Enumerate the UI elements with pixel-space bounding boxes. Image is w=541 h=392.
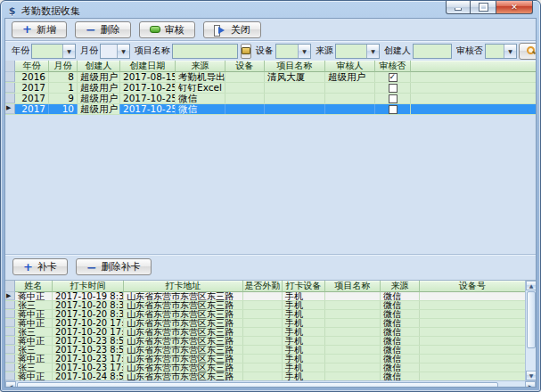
table-cell[interactable]: 微信 [381, 301, 420, 309]
table-cell[interactable] [325, 328, 381, 336]
table-cell[interactable]: 山东省东营市东营区东三路 [124, 301, 243, 309]
table-cell[interactable]: 2016 [15, 72, 49, 82]
table-cell[interactable]: 微信 [176, 94, 225, 103]
table-cell[interactable]: 2017-10-20 8:35: [53, 301, 124, 309]
column-header[interactable]: 年份 [15, 61, 49, 72]
table-cell[interactable] [325, 94, 375, 103]
table-cell[interactable] [325, 319, 381, 327]
table-row[interactable]: 20179超级用户2017-10-25微信 [5, 94, 536, 104]
horizontal-scroll-thumb[interactable] [17, 382, 498, 388]
table-cell[interactable] [420, 372, 525, 380]
audited-combo[interactable]: ▼ [485, 44, 517, 59]
table-cell[interactable] [325, 104, 375, 114]
table-cell[interactable]: 2017-10-20 8:36: [53, 310, 124, 318]
device-combo[interactable]: ▼ [275, 44, 311, 59]
table-cell[interactable]: 2017-10-23 17:31 [53, 363, 124, 372]
column-header[interactable]: 打卡地址 [124, 281, 243, 292]
column-header[interactable]: 打卡时间 [53, 281, 124, 292]
vertical-scroll-thumb[interactable] [527, 291, 536, 348]
table-cell[interactable]: 手机 [283, 292, 325, 300]
table-cell[interactable]: 超级用户 [78, 83, 120, 93]
table-cell[interactable] [420, 346, 525, 354]
creator-input[interactable] [413, 44, 452, 59]
table-cell[interactable]: 8 [49, 72, 78, 82]
column-header[interactable]: 姓名 [15, 281, 53, 292]
table-cell[interactable] [420, 292, 525, 300]
table-cell[interactable] [225, 104, 265, 114]
table-cell[interactable] [420, 363, 525, 372]
scroll-left-arrow-icon[interactable]: ◀ [5, 381, 16, 388]
table-cell[interactable] [243, 328, 283, 336]
column-header[interactable]: 设备 [225, 61, 265, 72]
table-cell[interactable] [243, 346, 283, 354]
column-header[interactable]: 来源 [176, 61, 225, 72]
table-cell[interactable]: 手机 [283, 301, 325, 309]
table-cell[interactable] [325, 292, 381, 300]
table-cell[interactable]: 10 [49, 104, 78, 114]
table-row[interactable]: 张三2017-10-23 8:54:山东省东营市东营区东三路手机微信 [5, 346, 525, 355]
scroll-right-arrow-icon[interactable]: ▶ [525, 381, 536, 388]
table-cell[interactable]: 微信 [381, 372, 420, 380]
table-row[interactable]: 蒋中正2017-10-20 17:03山东省东营市东营区东三路手机微信 [5, 319, 525, 328]
table-cell[interactable] [325, 372, 381, 380]
table-cell[interactable]: 2017-10-25 [120, 104, 176, 114]
table-cell[interactable] [243, 372, 283, 380]
table-row[interactable]: 蒋中正2017-10-24 8:54:山东省东营市东营区东三路手机微信 [5, 372, 525, 380]
chevron-down-icon[interactable]: ▼ [117, 45, 129, 58]
table-cell[interactable]: 微信 [381, 292, 420, 300]
table-cell[interactable]: 山东省东营市东营区东三路 [124, 328, 243, 336]
close-window-button[interactable]: ✕ [496, 1, 533, 14]
table-cell[interactable] [325, 301, 381, 309]
column-header[interactable]: 来源 [381, 281, 420, 292]
table-cell[interactable]: 微信 [176, 104, 225, 114]
table-cell[interactable] [243, 337, 283, 345]
table-cell[interactable] [265, 83, 325, 93]
table-cell[interactable]: 2017-10-23 8:54: [53, 346, 124, 354]
column-header[interactable]: 月份 [49, 61, 78, 72]
table-cell[interactable]: 微信 [381, 346, 420, 354]
table-cell[interactable] [420, 310, 525, 318]
table-cell[interactable]: 超级用户 [78, 94, 120, 103]
table-cell[interactable]: 蒋中正 [15, 337, 53, 345]
table-cell[interactable] [420, 301, 525, 309]
table-cell[interactable]: 手机 [283, 337, 325, 345]
table-cell[interactable]: 张三 [15, 363, 53, 372]
table-cell[interactable]: 微信 [381, 363, 420, 372]
table-cell[interactable] [265, 94, 325, 103]
table-cell[interactable] [243, 319, 283, 327]
table-cell[interactable]: 蒋中正 [15, 292, 53, 300]
column-header[interactable]: 项目名称 [265, 61, 325, 72]
table-cell[interactable]: 超级用户 [78, 104, 120, 114]
table-cell[interactable]: 手机 [283, 363, 325, 372]
table-cell[interactable]: 超级用户 [325, 72, 375, 82]
table-cell[interactable]: 2017-10-20 17:55 [53, 328, 124, 336]
table-cell[interactable]: 蒋中正 [15, 310, 53, 318]
table-row[interactable]: 20171超级用户2017-10-25钉钉Excel [5, 83, 536, 94]
search-button[interactable]: 查询 [519, 43, 536, 60]
table-cell[interactable]: 2017-10-23 17:30 [53, 355, 124, 363]
table-cell[interactable]: 手机 [283, 310, 325, 318]
table-row[interactable]: 蒋中正2017-10-20 8:36:山东省东营市东营区东三路手机微信 [5, 310, 525, 319]
table-cell[interactable] [420, 319, 525, 327]
table-cell[interactable]: 2017-08-15 [120, 72, 176, 82]
table-cell[interactable] [325, 337, 381, 345]
table-cell[interactable]: 钉钉Excel [176, 83, 225, 93]
project-lookup-button[interactable] [241, 44, 251, 59]
table-cell[interactable]: 山东省东营市东营区东三路 [124, 363, 243, 372]
table-cell[interactable]: 蒋中正 [15, 355, 53, 363]
column-header[interactable]: 打卡设备 [283, 281, 325, 292]
delete-supplement-button[interactable]: − 删除补卡 [76, 258, 152, 275]
chevron-down-icon[interactable]: ▼ [298, 45, 310, 58]
delete-button[interactable]: − 删除 [75, 21, 131, 38]
table-cell[interactable]: 2017-10-23 8:54: [53, 337, 124, 345]
table-cell[interactable]: 手机 [283, 346, 325, 354]
table-cell[interactable]: 微信 [381, 328, 420, 336]
table-cell[interactable]: 山东省东营市东营区东三路 [124, 355, 243, 363]
table-cell[interactable]: 山东省东营市东营区东三路 [124, 337, 243, 345]
table-row[interactable]: 张三2017-10-20 17:55山东省东营市东营区东三路手机微信 [5, 328, 525, 337]
table-cell[interactable]: 张三 [15, 346, 53, 354]
table-row[interactable]: 20168超级用户2017-08-15考勤机导出清风大厦超级用户 [5, 72, 536, 83]
table-cell[interactable]: 微信 [381, 319, 420, 327]
table-cell[interactable]: 清风大厦 [265, 72, 325, 82]
table-cell[interactable]: 山东省东营市东营区东三路 [124, 372, 243, 380]
